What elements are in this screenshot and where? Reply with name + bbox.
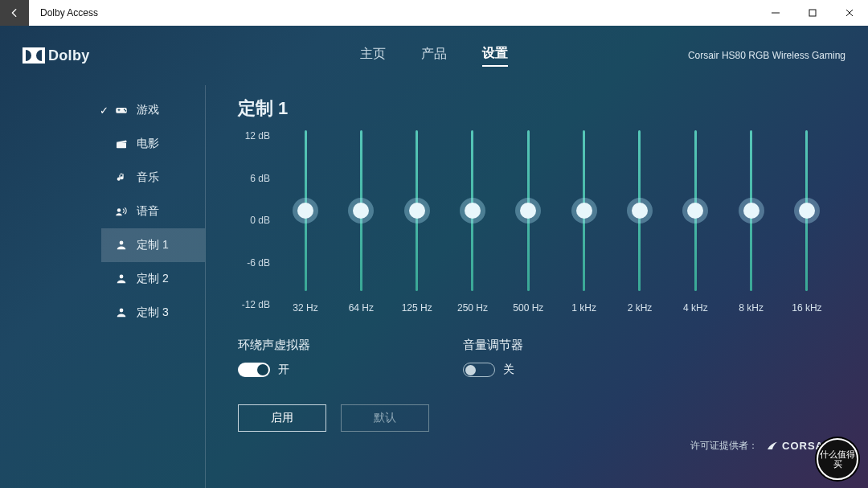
eq-freq-label: 16 kHz	[792, 302, 821, 314]
eq-thumb[interactable]	[576, 203, 592, 219]
svg-rect-6	[119, 109, 120, 111]
sidebar-item-music[interactable]: 音乐	[101, 161, 205, 195]
nav: 主页 产品 设置	[360, 45, 508, 67]
eq-slider[interactable]	[638, 130, 641, 291]
volume-label: 音量调节器	[463, 338, 523, 353]
eq-freq-label: 4 kHz	[683, 302, 708, 314]
minimize-icon	[772, 9, 780, 17]
app: Dolby 主页 产品 设置 Corsair HS80 RGB Wireless…	[0, 26, 868, 488]
preset-title: 定制 1	[238, 96, 836, 121]
close-button[interactable]	[831, 0, 868, 26]
clapboard-icon	[114, 137, 129, 151]
dolby-logo-icon	[23, 47, 45, 64]
music-note-icon	[114, 170, 129, 185]
svg-point-3	[124, 109, 125, 110]
sidebar-item-voice[interactable]: 语音	[101, 195, 205, 228]
equalizer: 12 dB 6 dB 0 dB -6 dB -12 dB 32 Hz 64 Hz…	[238, 127, 836, 314]
surround-toggle[interactable]	[238, 363, 270, 377]
eq-db-label: 6 dB	[250, 173, 270, 184]
svg-point-8	[117, 208, 121, 212]
eq-slider[interactable]	[305, 130, 307, 291]
dolby-logo: Dolby	[23, 47, 90, 64]
sidebar-item-custom-2[interactable]: 定制 2	[101, 262, 205, 296]
watermark-text: 什么值得买	[818, 449, 857, 469]
person-icon	[114, 238, 129, 252]
body: ✓ 游戏 电影 音乐 语音 定制 1 定制 2	[0, 85, 868, 488]
eq-db-label: -12 dB	[242, 299, 270, 310]
eq-thumb[interactable]	[743, 203, 760, 219]
eq-freq-label: 1 kHz	[571, 302, 596, 314]
eq-thumb[interactable]	[632, 203, 648, 219]
actions: 启用 默认	[238, 404, 836, 432]
minimize-button[interactable]	[757, 0, 794, 26]
svg-point-9	[120, 241, 124, 245]
apply-button[interactable]: 启用	[238, 404, 326, 432]
eq-freq-label: 125 Hz	[402, 302, 432, 314]
eq-band: 500 Hz	[504, 127, 552, 314]
person-icon	[114, 272, 129, 286]
svg-point-11	[120, 309, 124, 313]
eq-thumb[interactable]	[409, 203, 425, 219]
sidebar-item-label: 定制 2	[137, 272, 169, 286]
eq-band: 64 Hz	[337, 127, 385, 314]
eq-slider[interactable]	[360, 130, 362, 291]
eq-slider[interactable]	[527, 130, 530, 291]
eq-band: 32 Hz	[281, 127, 330, 314]
volume-toggle-group: 音量调节器 关	[463, 338, 523, 377]
sidebar-item-custom-3[interactable]: 定制 3	[101, 296, 205, 330]
nav-products[interactable]: 产品	[421, 46, 447, 66]
eq-band: 8 kHz	[727, 127, 776, 314]
maximize-button[interactable]	[794, 0, 831, 26]
surround-toggle-group: 环绕声虚拟器 开	[238, 338, 310, 377]
maximize-icon	[809, 9, 817, 17]
svg-point-10	[120, 275, 124, 279]
toggles: 环绕声虚拟器 开 音量调节器 关	[238, 338, 836, 377]
eq-freq-label: 500 Hz	[513, 302, 543, 314]
nav-settings[interactable]: 设置	[482, 45, 508, 67]
sidebar-item-custom-1[interactable]: 定制 1	[101, 228, 205, 262]
license-prefix: 许可证提供者：	[690, 439, 758, 453]
surround-state: 开	[278, 363, 289, 377]
eq-slider[interactable]	[416, 130, 418, 291]
arrow-left-icon	[9, 7, 20, 18]
eq-thumb[interactable]	[465, 203, 481, 219]
default-button[interactable]: 默认	[341, 404, 429, 432]
eq-band: 1 kHz	[560, 127, 608, 314]
eq-freq-label: 2 kHz	[628, 302, 653, 314]
gamepad-icon	[114, 103, 129, 117]
eq-yaxis: 12 dB 6 dB 0 dB -6 dB -12 dB	[238, 127, 276, 314]
window-title: Dolby Access	[40, 7, 98, 18]
nav-home[interactable]: 主页	[360, 46, 386, 66]
check-icon: ✓	[100, 105, 108, 117]
eq-freq-label: 32 Hz	[293, 302, 317, 314]
surround-label: 环绕声虚拟器	[238, 338, 310, 353]
eq-freq-label: 8 kHz	[739, 302, 764, 314]
eq-slider[interactable]	[694, 130, 697, 291]
sails-icon	[766, 440, 779, 453]
sidebar-item-movies[interactable]: 电影	[101, 127, 205, 161]
eq-thumb[interactable]	[353, 203, 369, 219]
eq-thumb[interactable]	[297, 203, 313, 219]
sidebar-item-games[interactable]: ✓ 游戏	[101, 93, 205, 127]
license-info: 许可证提供者： CORSAIR	[690, 439, 836, 453]
volume-toggle[interactable]	[463, 363, 495, 377]
svg-point-4	[125, 110, 126, 112]
eq-slider[interactable]	[750, 130, 752, 291]
back-button[interactable]	[0, 0, 29, 26]
eq-thumb[interactable]	[687, 203, 703, 219]
eq-slider[interactable]	[471, 130, 473, 291]
person-icon	[114, 306, 129, 320]
content: 定制 1 12 dB 6 dB 0 dB -6 dB -12 dB 32 Hz …	[206, 85, 868, 488]
titlebar: Dolby Access	[0, 0, 868, 26]
sidebar: ✓ 游戏 电影 音乐 语音 定制 1 定制 2	[101, 85, 206, 488]
voice-icon	[114, 204, 129, 219]
watermark-badge: 什么值得买	[817, 438, 858, 480]
eq-slider[interactable]	[583, 130, 585, 291]
eq-thumb[interactable]	[520, 203, 536, 219]
sidebar-item-label: 定制 1	[137, 238, 169, 252]
device-name: Corsair HS80 RGB Wireless Gaming	[688, 50, 845, 61]
eq-band: 125 Hz	[393, 127, 441, 314]
eq-thumb[interactable]	[799, 203, 815, 219]
eq-db-label: 12 dB	[245, 130, 270, 141]
eq-slider[interactable]	[805, 130, 808, 291]
